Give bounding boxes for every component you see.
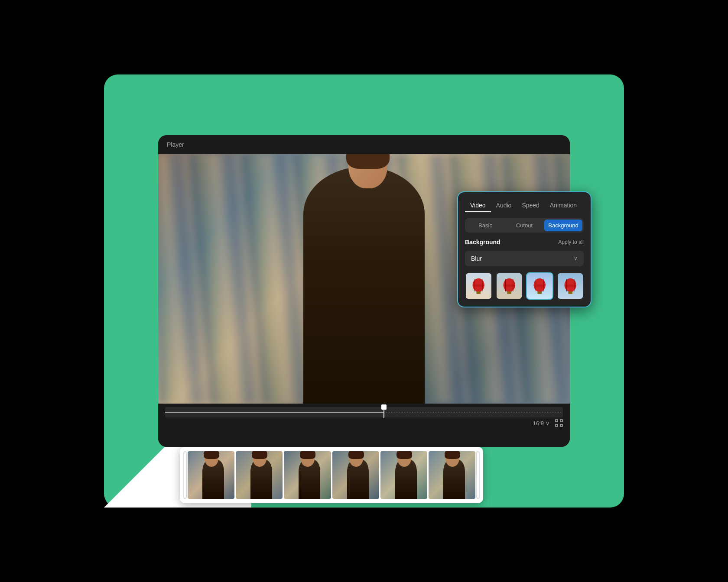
bottom-controls: 16:9 ∨	[158, 417, 570, 429]
dropdown-arrow-icon: ∨	[574, 255, 578, 262]
svg-rect-1	[560, 420, 562, 422]
panel-tabs: Video Audio Speed Animation	[465, 199, 584, 212]
frame-person-head	[445, 451, 459, 467]
frame-person-hair	[445, 451, 460, 459]
timeline-progress	[165, 412, 384, 413]
filmstrip-container	[180, 447, 483, 503]
frame-person	[299, 460, 320, 499]
thumbnail-2[interactable]	[496, 272, 523, 300]
tab-animation[interactable]: Animation	[545, 199, 582, 212]
thumbnail-grid	[465, 272, 584, 300]
timeline-track[interactable]	[165, 407, 563, 417]
filmstrip-frame[interactable]	[332, 451, 379, 499]
frame-person-head	[349, 451, 363, 467]
svg-rect-25	[537, 291, 542, 294]
dropdown-value: Blur	[471, 255, 482, 262]
frame-person-hair	[204, 451, 219, 459]
thumbnail-1[interactable]	[465, 272, 492, 300]
svg-rect-33	[568, 291, 572, 294]
frame-person-head	[205, 451, 218, 467]
filmstrip-handle-left[interactable]	[183, 451, 187, 499]
apply-all-button[interactable]: Apply to all	[558, 239, 584, 245]
filmstrip-frame[interactable]	[380, 451, 427, 499]
frame-person	[250, 460, 272, 499]
frame-person-head	[253, 451, 266, 467]
filmstrip-frames	[188, 451, 475, 499]
thumbnail-4[interactable]	[557, 272, 584, 300]
background-type-dropdown[interactable]: Blur ∨	[465, 251, 584, 266]
svg-rect-17	[507, 291, 511, 294]
controls-bar: 16:9 ∨	[158, 404, 570, 447]
sub-tab-background[interactable]: Background	[544, 220, 582, 231]
aspect-ratio-chevron: ∨	[546, 420, 550, 427]
frame-person-hair	[252, 451, 267, 459]
thumb-inner-3	[527, 273, 552, 299]
monitor-frame: Player	[158, 135, 570, 447]
player-titlebar: Player	[158, 135, 570, 154]
frame-person-hair	[348, 451, 364, 459]
person-hair	[346, 154, 390, 169]
playhead-head	[381, 404, 387, 410]
thumb-inner-2	[497, 273, 522, 299]
person-silhouette	[295, 154, 433, 404]
frame-person	[202, 460, 224, 499]
frame-person	[443, 460, 465, 499]
thumb-inner-4	[558, 273, 583, 299]
frame-person	[395, 460, 417, 499]
frame-person-hair	[300, 451, 315, 459]
filmstrip-frame[interactable]	[188, 451, 234, 499]
frame-person-head	[397, 451, 411, 467]
filmstrip-frame[interactable]	[429, 451, 475, 499]
sub-tabs: Basic Cutout Background	[465, 218, 584, 233]
frame-person	[347, 460, 369, 499]
tab-video[interactable]: Video	[465, 199, 491, 212]
tab-speed[interactable]: Speed	[517, 199, 544, 212]
playhead-line	[384, 410, 384, 418]
person-body	[303, 167, 425, 404]
properties-panel: Video Audio Speed Animation Basic Cuto	[457, 191, 592, 307]
svg-rect-0	[556, 420, 558, 422]
aspect-ratio-value: 16:9	[533, 420, 544, 427]
filmstrip-frame[interactable]	[236, 451, 283, 499]
thumb-inner-1	[466, 273, 491, 299]
filmstrip-handle-right[interactable]	[476, 451, 480, 499]
filmstrip-frame[interactable]	[284, 451, 331, 499]
player-title: Player	[167, 141, 184, 148]
section-header: Background Apply to all	[465, 239, 584, 246]
sub-tab-basic[interactable]: Basic	[466, 220, 504, 231]
svg-rect-2	[556, 424, 558, 427]
tab-audio[interactable]: Audio	[491, 199, 517, 212]
svg-rect-3	[560, 424, 562, 427]
timeline-playhead[interactable]	[381, 404, 387, 418]
thumbnail-3[interactable]	[526, 272, 553, 300]
sub-tab-cutout[interactable]: Cutout	[505, 220, 543, 231]
fullscreen-button[interactable]	[555, 419, 563, 427]
person-head	[348, 154, 387, 188]
frame-person-head	[301, 451, 315, 467]
section-title: Background	[465, 239, 500, 246]
aspect-ratio-selector[interactable]: 16:9 ∨	[533, 420, 550, 427]
svg-rect-9	[476, 291, 481, 294]
outer-background: Player	[104, 74, 624, 508]
frame-person-hair	[396, 451, 412, 459]
